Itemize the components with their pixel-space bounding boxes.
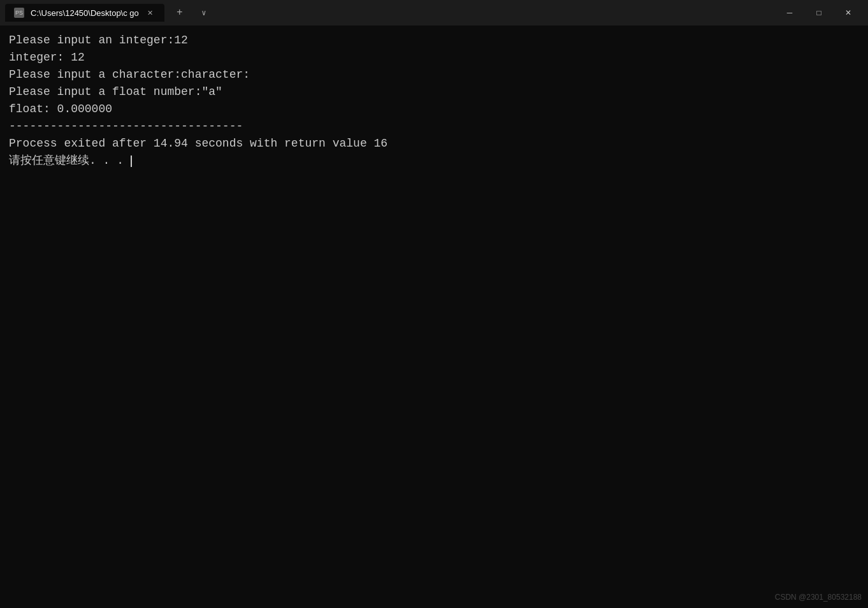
terminal-line: Process exited after 14.94 seconds with … <box>9 135 859 152</box>
tab-icon-label: PS <box>15 10 23 16</box>
terminal-line: Please input a character:character: <box>9 66 859 83</box>
tab-title: C:\Users\12450\Desktop\c go <box>31 8 139 18</box>
tab-icon: PS <box>14 8 24 18</box>
tab-close-button[interactable]: ✕ <box>145 8 156 18</box>
new-tab-button[interactable]: + <box>170 3 190 23</box>
terminal-line: integer: 12 <box>9 49 859 66</box>
terminal-line: 请按任意键继续. . . <box>9 152 859 170</box>
terminal-body[interactable]: Please input an integer:12integer: 12Ple… <box>0 25 868 608</box>
terminal-line: Please input an integer:12 <box>9 32 859 49</box>
terminal-line: Please input a float number:"a" <box>9 83 859 101</box>
watermark: CSDN @2301_80532188 <box>775 591 862 603</box>
terminal-line: ---------------------------------- <box>9 118 859 135</box>
minimize-button[interactable]: ─ <box>775 3 804 23</box>
tab-dropdown-button[interactable]: ∨ <box>195 4 213 22</box>
terminal-output: Please input an integer:12integer: 12Ple… <box>9 32 859 170</box>
title-bar: PS C:\Users\12450\Desktop\c go ✕ + ∨ ─ □… <box>0 0 868 25</box>
window-controls: ─ □ ✕ <box>775 3 863 23</box>
maximize-button[interactable]: □ <box>804 3 834 23</box>
terminal-line: float: 0.000000 <box>9 101 859 118</box>
close-button[interactable]: ✕ <box>834 3 863 23</box>
terminal-tab[interactable]: PS C:\Users\12450\Desktop\c go ✕ <box>5 4 164 22</box>
title-bar-left: PS C:\Users\12450\Desktop\c go ✕ + ∨ <box>5 3 775 23</box>
terminal-cursor <box>131 156 132 167</box>
